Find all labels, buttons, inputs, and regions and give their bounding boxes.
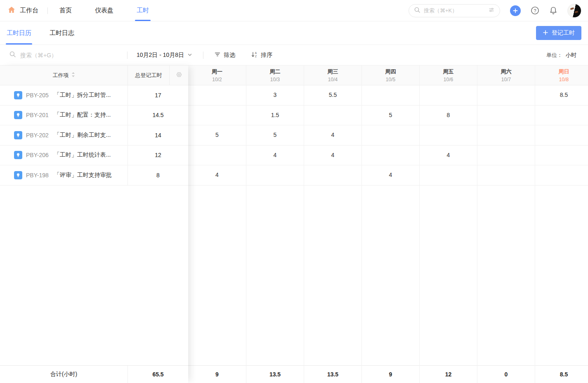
- day-date: 10/3: [270, 77, 280, 82]
- toolbar-divider: [127, 52, 128, 59]
- hours-cell[interactable]: [477, 85, 535, 106]
- work-item-cell[interactable]: PBY-206 「工时」工时统计表...: [0, 146, 128, 165]
- hours-cell[interactable]: 4: [420, 146, 477, 166]
- hours-cell[interactable]: [362, 125, 419, 146]
- day-column-saturday: 周六 10/7 0: [477, 66, 535, 383]
- hours-cell[interactable]: [420, 125, 477, 146]
- table-search[interactable]: [9, 51, 127, 59]
- day-column-thursday: 周四 10/5 5 4 9: [361, 66, 419, 383]
- day-header: 周六 10/7: [477, 66, 535, 85]
- date-range-picker[interactable]: 10月2日 - 10月8日: [137, 52, 192, 59]
- table-row[interactable]: PBY-206 「工时」工时统计表... 12: [0, 146, 188, 166]
- hours-cell[interactable]: [420, 85, 477, 106]
- help-icon[interactable]: ?: [531, 6, 539, 15]
- work-item-title: 「工时」配置：支持...: [54, 111, 111, 119]
- hours-cell[interactable]: 4: [304, 146, 361, 166]
- global-search-input[interactable]: [424, 7, 485, 14]
- gear-icon: [175, 70, 184, 81]
- left-header-row: 工作项 总登记工时: [0, 66, 188, 85]
- work-item-cell[interactable]: PBY-205 「工时」拆分工时管...: [0, 85, 128, 105]
- day-column-sunday: 周日 10/8 8.5 8.5: [535, 66, 588, 383]
- hours-cell[interactable]: [477, 146, 535, 166]
- nav-item-home[interactable]: 首页: [48, 0, 83, 21]
- day-name: 周四: [385, 68, 396, 75]
- table-search-input[interactable]: [20, 52, 103, 59]
- day-column-filler: [477, 186, 535, 366]
- work-item-cell[interactable]: PBY-198 「评审」工时支持审批: [0, 165, 128, 185]
- work-item-id: PBY-205: [26, 92, 49, 99]
- sort-button[interactable]: AZ 排序: [251, 51, 272, 59]
- global-search[interactable]: [409, 4, 500, 17]
- sort-arrows-icon: [71, 72, 75, 79]
- hours-cell[interactable]: [188, 146, 246, 166]
- hours-cell[interactable]: 4: [188, 165, 246, 186]
- day-name: 周六: [501, 68, 512, 75]
- hours-cell[interactable]: [535, 165, 588, 186]
- footer-grand-total: 65.5: [128, 366, 188, 383]
- hours-cell[interactable]: 8: [420, 106, 477, 126]
- day-name: 周三: [328, 68, 338, 75]
- table-row[interactable]: PBY-202 「工时」剩余工时支... 14: [0, 125, 188, 146]
- total-hours-cell: 12: [128, 146, 188, 165]
- date-range-label: 10月2日 - 10月8日: [137, 52, 184, 59]
- hours-cell[interactable]: [535, 106, 588, 126]
- hours-cell[interactable]: 5: [362, 106, 419, 126]
- hours-cell[interactable]: 1.5: [246, 106, 304, 126]
- work-item-column-header[interactable]: 工作项: [0, 66, 128, 85]
- tab-hours-calendar[interactable]: 工时日历: [7, 21, 31, 45]
- footer-day-total: 8.5: [535, 365, 588, 383]
- hours-cell[interactable]: [304, 165, 361, 186]
- table-row[interactable]: PBY-198 「评审」工时支持审批 8: [0, 165, 188, 186]
- hours-cell[interactable]: [304, 106, 361, 126]
- nav-item-label: 工作台: [20, 7, 38, 14]
- hours-cell[interactable]: [477, 106, 535, 126]
- nav-item-hours[interactable]: 工时: [125, 0, 161, 21]
- nav-item-workbench[interactable]: 工作台: [7, 0, 47, 21]
- unit-label: 单位：: [546, 52, 562, 59]
- footer-day-total: 0: [477, 365, 535, 383]
- toolbar: 10月2日 - 10月8日 筛选 AZ 排序 单位： 小时: [0, 45, 588, 66]
- hours-cell[interactable]: 5.5: [304, 85, 361, 106]
- notifications-bell-icon[interactable]: [549, 6, 557, 15]
- work-item-cell[interactable]: PBY-202 「工时」剩余工时支...: [0, 125, 128, 145]
- hours-cell[interactable]: 4: [304, 125, 361, 146]
- total-hours-cell: 14: [128, 125, 188, 145]
- work-item-header-label: 工作项: [53, 72, 69, 79]
- nav-item-label: 仪表盘: [95, 7, 113, 14]
- fixed-left-panel: 工作项 总登记工时 PBY-205 「工时」拆分工时管... 17: [0, 66, 188, 383]
- hours-cell[interactable]: 8.5: [535, 85, 588, 106]
- total-hours-cell: 8: [128, 165, 188, 185]
- filter-button[interactable]: 筛选: [214, 51, 235, 59]
- hours-cell[interactable]: [246, 165, 304, 186]
- register-hours-button[interactable]: 登记工时: [536, 26, 581, 40]
- hours-cell[interactable]: [362, 146, 419, 166]
- hours-cell[interactable]: 4: [362, 165, 419, 186]
- nav-item-dashboard[interactable]: 仪表盘: [83, 0, 125, 21]
- day-name: 周五: [443, 68, 454, 75]
- day-header: 周四 10/5: [362, 66, 419, 85]
- hours-cell[interactable]: [477, 165, 535, 186]
- hours-cell[interactable]: [420, 165, 477, 186]
- hours-cell[interactable]: [535, 146, 588, 166]
- hours-cell[interactable]: 3: [246, 85, 304, 106]
- hours-cell[interactable]: [188, 85, 246, 106]
- hours-cell[interactable]: [535, 125, 588, 146]
- work-item-cell[interactable]: PBY-201 「工时」配置：支持...: [0, 106, 128, 125]
- unit-selector[interactable]: 单位： 小时: [546, 52, 576, 59]
- column-settings-button[interactable]: [169, 66, 188, 85]
- hours-cell[interactable]: 5: [246, 125, 304, 146]
- search-filter-icon[interactable]: [488, 7, 495, 15]
- user-avatar[interactable]: [567, 4, 581, 18]
- hours-cell[interactable]: [188, 106, 246, 126]
- day-column-filler: [188, 186, 246, 366]
- table-row[interactable]: PBY-205 「工时」拆分工时管... 17: [0, 85, 188, 106]
- table-row[interactable]: PBY-201 「工时」配置：支持... 14.5: [0, 106, 188, 126]
- tab-hours-log[interactable]: 工时日志: [50, 21, 74, 45]
- hours-cell[interactable]: [477, 125, 535, 146]
- create-button[interactable]: [510, 5, 521, 16]
- hours-cell[interactable]: 5: [188, 125, 246, 146]
- hours-cell[interactable]: 4: [246, 146, 304, 166]
- day-column-filler: [246, 186, 304, 366]
- svg-text:A: A: [255, 52, 257, 54]
- hours-cell[interactable]: [362, 85, 419, 106]
